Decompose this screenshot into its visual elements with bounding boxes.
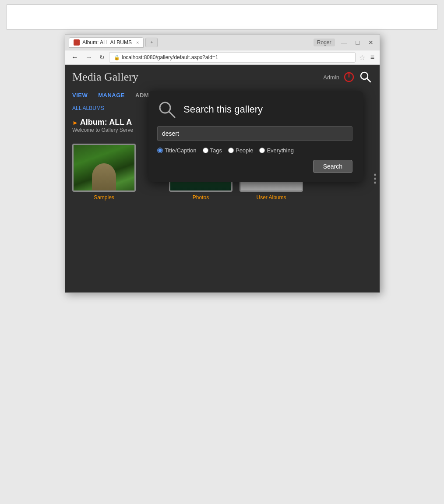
radio-tags[interactable] [203,148,208,153]
app-title: Media Gallery [72,70,138,84]
svg-line-3 [367,78,370,82]
side-dot-3 [374,182,376,184]
app-header: Media Gallery Admin [65,65,380,89]
option-label-people: People [236,147,253,154]
address-text: localhost:8080/gallery/default.aspx?aid=… [122,54,218,60]
option-people[interactable]: People [228,147,253,154]
search-button[interactable]: Search [313,160,352,173]
app-header-right: Admin [323,70,373,84]
search-btn-row: Search [157,160,352,173]
search-input[interactable] [157,126,352,141]
forward-button[interactable]: → [83,53,95,62]
browser-menu-icon[interactable]: ≡ [369,53,376,62]
search-options: Title/Caption Tags People Everything [157,147,352,154]
browser-window: Album: ALL ALBUMS × + Roger — □ ✕ ← → ↻ … [65,34,380,293]
option-title-caption[interactable]: Title/Caption [157,147,197,154]
refresh-button[interactable]: ↻ [97,53,107,62]
album-label-samples: Samples [94,194,114,201]
new-tab-button[interactable]: + [145,38,158,47]
search-modal-header: Search this gallery [157,100,352,119]
breadcrumb-link[interactable]: ALL ALBUMS [72,105,104,111]
admin-link[interactable]: Admin [323,74,339,81]
search-modal-icon [157,100,176,119]
option-label-title-caption: Title/Caption [165,147,197,154]
album-title: Album: ALL A [80,118,132,127]
search-modal-title: Search this gallery [183,104,263,115]
address-bar[interactable]: 🔒 localhost:8080/gallery/default.aspx?ai… [109,52,356,63]
svg-line-5 [169,112,175,117]
side-arrows [374,174,376,184]
nav-manage[interactable]: MANAGE [98,89,132,101]
address-lock-icon: 🔒 [114,55,120,60]
thumb-forest [74,145,134,190]
option-label-tags: Tags [210,147,222,154]
maximize-button[interactable]: □ [353,38,362,47]
minimize-button[interactable]: — [338,38,350,47]
bookmark-icon[interactable]: ☆ [357,53,367,63]
radio-title-caption[interactable] [157,148,163,153]
nav-view[interactable]: VIEW [72,89,95,101]
title-bar-left: Album: ALL ALBUMS × + [69,37,158,48]
user-label: Roger [314,39,335,46]
radio-people[interactable] [228,148,234,153]
album-label-photos: Photos [193,194,209,201]
option-label-everything: Everything [267,147,293,154]
album-thumb-samples [72,144,136,192]
search-icon-header[interactable] [359,70,373,84]
album-card-samples[interactable]: Samples [72,144,136,201]
side-dot-2 [374,178,376,180]
side-dot-1 [374,174,376,176]
browser-tab[interactable]: Album: ALL ALBUMS × [69,37,144,48]
nav-bar: ← → ↻ 🔒 localhost:8080/gallery/default.a… [65,50,380,65]
option-tags[interactable]: Tags [203,147,222,154]
tab-label: Album: ALL ALBUMS [82,39,132,46]
tab-close-button[interactable]: × [136,40,139,45]
new-tab-icon: + [150,40,153,45]
title-bar-controls: Roger — □ ✕ [314,38,376,47]
option-everything[interactable]: Everything [259,147,293,154]
tab-favicon [74,39,80,46]
app-content: Media Gallery Admin VIEW MANAGE ADMIN SE [65,65,380,293]
top-bar [7,4,437,30]
back-button[interactable]: ← [69,53,81,62]
power-icon[interactable] [343,71,355,83]
radio-everything[interactable] [259,148,265,153]
close-button[interactable]: ✕ [366,38,376,47]
title-bar: Album: ALL ALBUMS × + Roger — □ ✕ [65,35,380,50]
search-modal: Search this gallery Title/Caption Tags P… [148,91,363,182]
rss-icon: ► [72,119,78,126]
album-label-useralbums: User Albums [256,194,286,201]
